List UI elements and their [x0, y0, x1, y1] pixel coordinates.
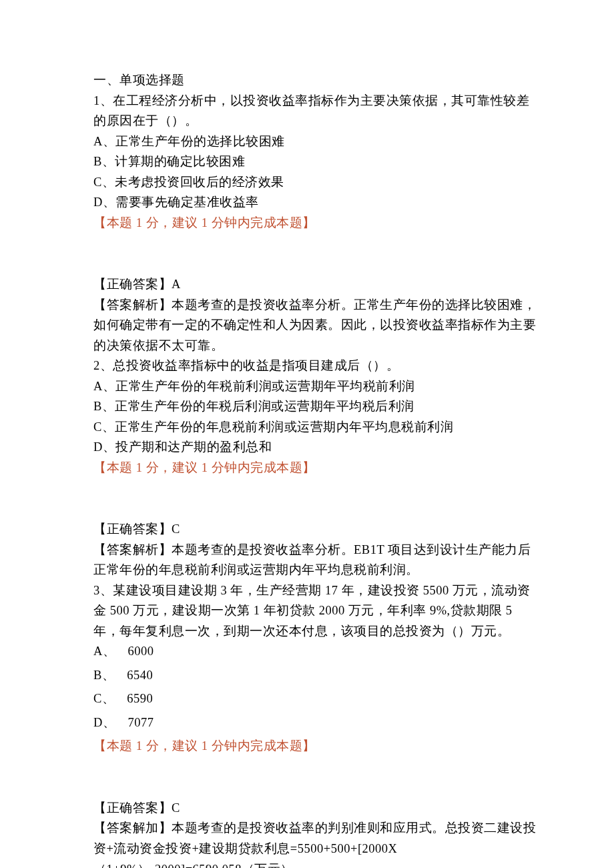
gap — [93, 478, 541, 519]
q2-option-a: A、正常生产年份的年税前利润或运营期年平均税前利润 — [93, 376, 541, 397]
q1-option-c: C、未考虑投资回收后的经济效果 — [93, 172, 541, 193]
q3-option-c-value: 6590 — [127, 692, 153, 705]
q3-option-d-value: 7077 — [127, 716, 154, 729]
q3-option-a-value: 6000 — [127, 644, 154, 658]
q3-stem: 3、某建设项目建设期 3 年，生产经营期 17 年，建设投资 5500 万元，流… — [93, 580, 541, 642]
q3-answer: 【正确答案】C — [93, 798, 541, 819]
q3-option-c-label: C、 — [93, 689, 115, 709]
q3-option-c: C、6590 — [93, 689, 541, 709]
gap — [93, 757, 541, 798]
gap — [93, 233, 541, 274]
q3-option-b-value: 6540 — [127, 669, 153, 682]
q3-option-d: D、7077 — [93, 713, 541, 733]
q3-option-b-label: B、 — [93, 665, 115, 686]
q1-explain: 【答案解析】本题考查的是投资收益率分析。正常生产年份的选择比较困难，如何确定带有… — [93, 295, 541, 356]
q1-option-d: D、需要事先确定基准收益率 — [93, 192, 541, 213]
q1-stem: 1、在工程经济分析中，以投资收益率指标作为主要决策依据，其可靠性较差的原因在于（… — [93, 91, 541, 131]
q1-answer: 【正确答案】A — [93, 274, 541, 295]
q3-option-a: A、6000 — [93, 641, 541, 662]
q2-option-c: C、正常生产年份的年息税前利润或运营期内年平均息税前利润 — [93, 417, 541, 438]
q1-option-b: B、计算期的确定比较困难 — [93, 151, 541, 172]
q2-option-d: D、投产期和达产期的盈利总和 — [93, 437, 541, 458]
q3-option-d-label: D、 — [93, 713, 115, 733]
q2-option-b: B、正常生产年份的年税后利润或运营期年平均税后利润 — [93, 396, 541, 417]
q1-option-a: A、正常生产年份的选择比较困难 — [93, 131, 541, 152]
q2-explain: 【答案解析】本题考查的是投资收益率分析。EB1T 项目达到设计生产能力后正常年份… — [93, 540, 541, 580]
q2-answer: 【正确答案】C — [93, 519, 541, 540]
q3-explain: 【答案解加】本题考查的是投资收益率的判别准则和应用式。总投资二建设投资+流动资金… — [93, 818, 541, 868]
q1-hint: 【本题 1 分，建议 1 分钟内完成本题】 — [93, 213, 541, 234]
q2-stem: 2、总投资收益率指标中的收益是指项目建成后（）。 — [93, 356, 541, 376]
q3-option-a-label: A、 — [93, 641, 115, 662]
section-title: 一、单项选择题 — [93, 70, 541, 91]
q3-option-b: B、6540 — [93, 665, 541, 686]
q2-hint: 【本题 1 分，建议 1 分钟内完成本题】 — [93, 458, 541, 478]
q3-hint: 【本题 1 分，建议 1 分钟内完成本题】 — [93, 736, 541, 757]
